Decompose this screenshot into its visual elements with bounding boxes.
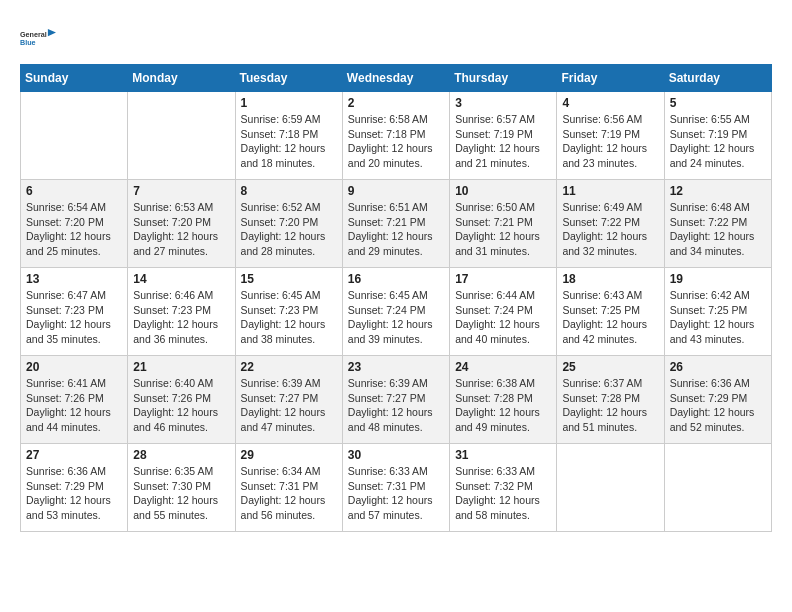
day-number: 26 bbox=[670, 360, 766, 374]
calendar-day-cell: 9Sunrise: 6:51 AMSunset: 7:21 PMDaylight… bbox=[342, 180, 449, 268]
day-sun-info: Sunrise: 6:36 AMSunset: 7:29 PMDaylight:… bbox=[26, 464, 122, 523]
calendar-week-row: 6Sunrise: 6:54 AMSunset: 7:20 PMDaylight… bbox=[21, 180, 772, 268]
calendar-day-cell: 10Sunrise: 6:50 AMSunset: 7:21 PMDayligh… bbox=[450, 180, 557, 268]
day-number: 27 bbox=[26, 448, 122, 462]
day-number: 20 bbox=[26, 360, 122, 374]
calendar-day-cell: 28Sunrise: 6:35 AMSunset: 7:30 PMDayligh… bbox=[128, 444, 235, 532]
calendar-day-cell: 27Sunrise: 6:36 AMSunset: 7:29 PMDayligh… bbox=[21, 444, 128, 532]
day-of-week-header: Wednesday bbox=[342, 65, 449, 92]
day-number: 7 bbox=[133, 184, 229, 198]
day-sun-info: Sunrise: 6:52 AMSunset: 7:20 PMDaylight:… bbox=[241, 200, 337, 259]
calendar-day-cell: 14Sunrise: 6:46 AMSunset: 7:23 PMDayligh… bbox=[128, 268, 235, 356]
day-number: 25 bbox=[562, 360, 658, 374]
calendar-day-cell: 24Sunrise: 6:38 AMSunset: 7:28 PMDayligh… bbox=[450, 356, 557, 444]
calendar-day-cell: 1Sunrise: 6:59 AMSunset: 7:18 PMDaylight… bbox=[235, 92, 342, 180]
logo: GeneralBlue bbox=[20, 20, 56, 56]
day-number: 11 bbox=[562, 184, 658, 198]
calendar-day-cell: 13Sunrise: 6:47 AMSunset: 7:23 PMDayligh… bbox=[21, 268, 128, 356]
day-sun-info: Sunrise: 6:39 AMSunset: 7:27 PMDaylight:… bbox=[241, 376, 337, 435]
day-number: 10 bbox=[455, 184, 551, 198]
day-sun-info: Sunrise: 6:42 AMSunset: 7:25 PMDaylight:… bbox=[670, 288, 766, 347]
day-number: 3 bbox=[455, 96, 551, 110]
day-sun-info: Sunrise: 6:35 AMSunset: 7:30 PMDaylight:… bbox=[133, 464, 229, 523]
day-of-week-header: Thursday bbox=[450, 65, 557, 92]
calendar-day-cell bbox=[128, 92, 235, 180]
calendar-day-cell: 22Sunrise: 6:39 AMSunset: 7:27 PMDayligh… bbox=[235, 356, 342, 444]
calendar-week-row: 27Sunrise: 6:36 AMSunset: 7:29 PMDayligh… bbox=[21, 444, 772, 532]
calendar-week-row: 1Sunrise: 6:59 AMSunset: 7:18 PMDaylight… bbox=[21, 92, 772, 180]
day-sun-info: Sunrise: 6:40 AMSunset: 7:26 PMDaylight:… bbox=[133, 376, 229, 435]
day-sun-info: Sunrise: 6:37 AMSunset: 7:28 PMDaylight:… bbox=[562, 376, 658, 435]
calendar-day-cell: 29Sunrise: 6:34 AMSunset: 7:31 PMDayligh… bbox=[235, 444, 342, 532]
calendar-week-row: 13Sunrise: 6:47 AMSunset: 7:23 PMDayligh… bbox=[21, 268, 772, 356]
day-sun-info: Sunrise: 6:57 AMSunset: 7:19 PMDaylight:… bbox=[455, 112, 551, 171]
day-of-week-header: Tuesday bbox=[235, 65, 342, 92]
calendar-day-cell: 6Sunrise: 6:54 AMSunset: 7:20 PMDaylight… bbox=[21, 180, 128, 268]
day-number: 28 bbox=[133, 448, 229, 462]
day-sun-info: Sunrise: 6:38 AMSunset: 7:28 PMDaylight:… bbox=[455, 376, 551, 435]
day-sun-info: Sunrise: 6:47 AMSunset: 7:23 PMDaylight:… bbox=[26, 288, 122, 347]
day-sun-info: Sunrise: 6:34 AMSunset: 7:31 PMDaylight:… bbox=[241, 464, 337, 523]
calendar-day-cell: 18Sunrise: 6:43 AMSunset: 7:25 PMDayligh… bbox=[557, 268, 664, 356]
day-number: 9 bbox=[348, 184, 444, 198]
calendar-day-cell: 19Sunrise: 6:42 AMSunset: 7:25 PMDayligh… bbox=[664, 268, 771, 356]
day-sun-info: Sunrise: 6:48 AMSunset: 7:22 PMDaylight:… bbox=[670, 200, 766, 259]
day-number: 16 bbox=[348, 272, 444, 286]
day-number: 18 bbox=[562, 272, 658, 286]
day-number: 24 bbox=[455, 360, 551, 374]
day-number: 8 bbox=[241, 184, 337, 198]
day-sun-info: Sunrise: 6:59 AMSunset: 7:18 PMDaylight:… bbox=[241, 112, 337, 171]
day-sun-info: Sunrise: 6:41 AMSunset: 7:26 PMDaylight:… bbox=[26, 376, 122, 435]
calendar-day-cell: 2Sunrise: 6:58 AMSunset: 7:18 PMDaylight… bbox=[342, 92, 449, 180]
calendar-day-cell: 3Sunrise: 6:57 AMSunset: 7:19 PMDaylight… bbox=[450, 92, 557, 180]
calendar-table: SundayMondayTuesdayWednesdayThursdayFrid… bbox=[20, 64, 772, 532]
calendar-day-cell: 16Sunrise: 6:45 AMSunset: 7:24 PMDayligh… bbox=[342, 268, 449, 356]
day-sun-info: Sunrise: 6:45 AMSunset: 7:23 PMDaylight:… bbox=[241, 288, 337, 347]
calendar-day-cell: 20Sunrise: 6:41 AMSunset: 7:26 PMDayligh… bbox=[21, 356, 128, 444]
calendar-day-cell bbox=[557, 444, 664, 532]
calendar-day-cell: 12Sunrise: 6:48 AMSunset: 7:22 PMDayligh… bbox=[664, 180, 771, 268]
logo-icon: GeneralBlue bbox=[20, 20, 56, 56]
svg-marker-2 bbox=[48, 29, 56, 36]
svg-text:Blue: Blue bbox=[20, 38, 36, 47]
day-number: 21 bbox=[133, 360, 229, 374]
day-sun-info: Sunrise: 6:53 AMSunset: 7:20 PMDaylight:… bbox=[133, 200, 229, 259]
day-sun-info: Sunrise: 6:43 AMSunset: 7:25 PMDaylight:… bbox=[562, 288, 658, 347]
day-sun-info: Sunrise: 6:33 AMSunset: 7:32 PMDaylight:… bbox=[455, 464, 551, 523]
day-sun-info: Sunrise: 6:36 AMSunset: 7:29 PMDaylight:… bbox=[670, 376, 766, 435]
page-header: GeneralBlue bbox=[20, 20, 772, 56]
day-number: 5 bbox=[670, 96, 766, 110]
day-number: 14 bbox=[133, 272, 229, 286]
day-sun-info: Sunrise: 6:50 AMSunset: 7:21 PMDaylight:… bbox=[455, 200, 551, 259]
day-sun-info: Sunrise: 6:46 AMSunset: 7:23 PMDaylight:… bbox=[133, 288, 229, 347]
day-sun-info: Sunrise: 6:55 AMSunset: 7:19 PMDaylight:… bbox=[670, 112, 766, 171]
day-number: 17 bbox=[455, 272, 551, 286]
calendar-day-cell: 4Sunrise: 6:56 AMSunset: 7:19 PMDaylight… bbox=[557, 92, 664, 180]
day-sun-info: Sunrise: 6:49 AMSunset: 7:22 PMDaylight:… bbox=[562, 200, 658, 259]
day-number: 13 bbox=[26, 272, 122, 286]
calendar-day-cell: 17Sunrise: 6:44 AMSunset: 7:24 PMDayligh… bbox=[450, 268, 557, 356]
day-number: 23 bbox=[348, 360, 444, 374]
day-of-week-header: Saturday bbox=[664, 65, 771, 92]
day-sun-info: Sunrise: 6:54 AMSunset: 7:20 PMDaylight:… bbox=[26, 200, 122, 259]
calendar-day-cell: 21Sunrise: 6:40 AMSunset: 7:26 PMDayligh… bbox=[128, 356, 235, 444]
day-number: 6 bbox=[26, 184, 122, 198]
day-number: 12 bbox=[670, 184, 766, 198]
day-of-week-header: Friday bbox=[557, 65, 664, 92]
calendar-day-cell bbox=[21, 92, 128, 180]
calendar-day-cell: 11Sunrise: 6:49 AMSunset: 7:22 PMDayligh… bbox=[557, 180, 664, 268]
calendar-day-cell: 26Sunrise: 6:36 AMSunset: 7:29 PMDayligh… bbox=[664, 356, 771, 444]
day-number: 22 bbox=[241, 360, 337, 374]
day-of-week-header: Sunday bbox=[21, 65, 128, 92]
day-number: 19 bbox=[670, 272, 766, 286]
calendar-day-cell: 23Sunrise: 6:39 AMSunset: 7:27 PMDayligh… bbox=[342, 356, 449, 444]
day-number: 30 bbox=[348, 448, 444, 462]
day-number: 4 bbox=[562, 96, 658, 110]
calendar-week-row: 20Sunrise: 6:41 AMSunset: 7:26 PMDayligh… bbox=[21, 356, 772, 444]
calendar-day-cell: 15Sunrise: 6:45 AMSunset: 7:23 PMDayligh… bbox=[235, 268, 342, 356]
day-sun-info: Sunrise: 6:56 AMSunset: 7:19 PMDaylight:… bbox=[562, 112, 658, 171]
calendar-day-cell: 25Sunrise: 6:37 AMSunset: 7:28 PMDayligh… bbox=[557, 356, 664, 444]
calendar-day-cell bbox=[664, 444, 771, 532]
day-sun-info: Sunrise: 6:51 AMSunset: 7:21 PMDaylight:… bbox=[348, 200, 444, 259]
day-number: 29 bbox=[241, 448, 337, 462]
